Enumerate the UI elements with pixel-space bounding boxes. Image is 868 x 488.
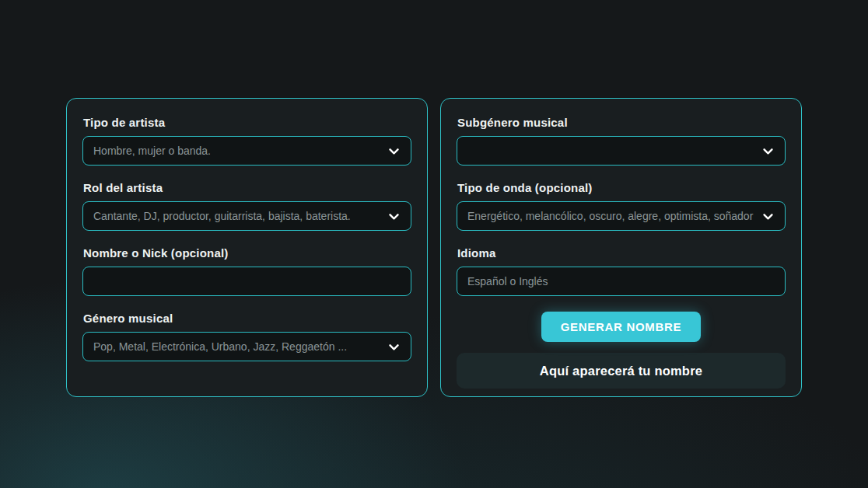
field-group-artist-role: Rol del artista Cantante, DJ, productor,… [82,181,411,231]
vibe-type-select-placeholder: Energético, melancólico, oscuro, alegre,… [467,210,755,222]
form-panels: Tipo de artista Hombre, mujer o banda. R… [0,0,868,397]
language-input[interactable] [457,267,786,296]
field-group-music-genre: Género musical Pop, Metal, Electrónica, … [82,312,411,361]
chevron-down-icon [761,210,775,223]
music-genre-label: Género musical [83,312,411,326]
artist-role-label: Rol del artista [83,181,411,195]
artist-role-select[interactable]: Cantante, DJ, productor, guitarrista, ba… [82,201,411,231]
chevron-down-icon [761,145,775,158]
field-group-vibe-type: Tipo de onda (opcional) Energético, mela… [457,181,786,231]
music-genre-select[interactable]: Pop, Metal, Electrónica, Urbano, Jazz, R… [82,332,411,361]
nickname-label: Nombre o Nick (opcional) [83,246,411,260]
artist-type-select[interactable]: Hombre, mujer o banda. [82,136,411,166]
chevron-down-icon [387,340,401,354]
chevron-down-icon [387,145,401,158]
artist-type-label: Tipo de artista [83,116,411,130]
artist-details-panel: Tipo de artista Hombre, mujer o banda. R… [66,98,428,397]
language-label: Idioma [457,246,786,260]
music-genre-select-placeholder: Pop, Metal, Electrónica, Urbano, Jazz, R… [93,340,381,353]
vibe-type-label: Tipo de onda (opcional) [457,181,786,195]
generate-name-button[interactable]: GENERAR NOMBRE [541,312,702,342]
subgenre-select[interactable] [457,136,786,166]
generator-panel: Subgénero musical Tipo de onda (opcional… [440,98,802,397]
chevron-down-icon [387,210,401,223]
vibe-type-select[interactable]: Energético, melancólico, oscuro, alegre,… [457,201,786,231]
subgenre-label: Subgénero musical [457,116,786,130]
generated-name-output: Aquí aparecerá tu nombre [457,353,786,389]
generate-button-row: GENERAR NOMBRE [457,312,786,342]
field-group-artist-type: Tipo de artista Hombre, mujer o banda. [82,116,411,166]
artist-role-select-placeholder: Cantante, DJ, productor, guitarrista, ba… [93,210,381,222]
field-group-nickname: Nombre o Nick (opcional) [82,246,411,296]
artist-type-select-placeholder: Hombre, mujer o banda. [93,145,381,157]
field-group-subgenre: Subgénero musical [457,116,786,166]
nickname-input[interactable] [82,267,411,296]
field-group-language: Idioma [457,246,786,296]
